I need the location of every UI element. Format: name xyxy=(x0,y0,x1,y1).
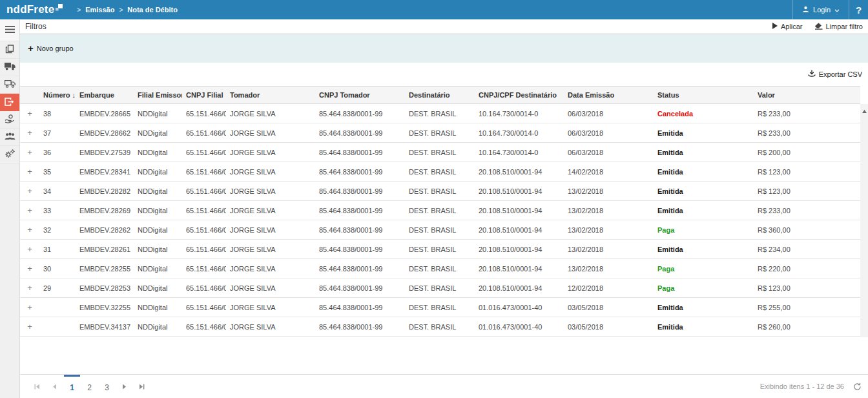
cell-destinatario: DEST. BRASIL xyxy=(405,240,475,259)
cell-cnpj-tomador: 85.464.838/0001-99 xyxy=(315,182,405,201)
breadcrumb-item-emissao[interactable]: Emissão xyxy=(85,6,114,14)
clear-filter-label: Limpar filtro xyxy=(826,23,863,30)
status-badge: Emitida xyxy=(654,182,754,201)
play-icon xyxy=(772,23,778,30)
refresh-button[interactable] xyxy=(853,382,862,391)
table-row[interactable]: + 37 EMBDEV.28662 NDDigital 65.151.466/0… xyxy=(20,123,860,143)
status-badge: Emitida xyxy=(654,201,754,220)
sidebar-item-menu[interactable] xyxy=(0,19,19,41)
expand-row-button[interactable]: + xyxy=(27,167,32,176)
cell-numero: 33 xyxy=(39,201,76,220)
app-logo: nddFrete xyxy=(6,3,63,16)
table-row[interactable]: + 32 EMBDEV.28262 NDDigital 65.151.466/0… xyxy=(20,220,860,240)
help-button[interactable]: ? xyxy=(849,0,868,19)
next-page-button[interactable] xyxy=(116,375,132,398)
truck-icon xyxy=(5,62,16,72)
table-row[interactable]: + 36 EMBDEV.27539 NDDigital 65.151.466/0… xyxy=(20,143,860,162)
column-header-destinatario[interactable]: Destinatário xyxy=(405,87,475,104)
table-row[interactable]: + 33 EMBDEV.28269 NDDigital 65.151.466/0… xyxy=(20,201,860,220)
cell-filial-emissora: NDDigital xyxy=(134,220,182,240)
expand-row-button[interactable]: + xyxy=(27,186,32,196)
column-header-numero[interactable]: Número↓ xyxy=(39,87,76,104)
export-csv-button[interactable]: Exportar CSV xyxy=(808,70,862,79)
column-header-embarque[interactable]: Embarque xyxy=(76,87,134,104)
expand-row-button[interactable]: + xyxy=(27,205,32,215)
table-row[interactable]: + 31 EMBDEV.28261 NDDigital 65.151.466/0… xyxy=(20,240,860,259)
cell-cnpj-cpf-destinatario: 01.016.473/0001-40 xyxy=(475,298,564,317)
status-badge: Paga xyxy=(654,220,754,240)
cell-numero: 37 xyxy=(39,123,76,143)
apply-filter-button[interactable]: Aplicar xyxy=(772,23,803,30)
chevron-down-icon xyxy=(834,6,840,14)
cell-cnpj-tomador: 85.464.838/0001-99 xyxy=(315,278,405,298)
cell-cnpj-tomador: 85.464.838/0001-99 xyxy=(315,104,405,123)
sidebar-item-users[interactable] xyxy=(0,129,19,146)
expand-row-button[interactable]: + xyxy=(27,322,32,331)
table-scrollbar[interactable] xyxy=(860,104,868,337)
pager-page[interactable]: 3 xyxy=(99,375,115,398)
download-icon xyxy=(808,70,816,79)
column-header-status[interactable]: Status xyxy=(654,87,754,104)
expand-row-button[interactable]: + xyxy=(27,225,32,235)
expand-row-button[interactable]: + xyxy=(27,283,32,293)
expand-row-button[interactable]: + xyxy=(27,147,32,157)
pager-page[interactable]: 2 xyxy=(81,375,98,398)
table-row[interactable]: + 34 EMBDEV.28282 NDDigital 65.151.466/0… xyxy=(20,182,860,201)
cell-filial-emissora: NDDigital xyxy=(134,123,182,143)
cell-filial-emissora: NDDigital xyxy=(134,259,182,278)
cell-tomador: JORGE SILVA xyxy=(226,298,315,317)
table-row[interactable]: + EMBDEV.32255 NDDigital 65.151.466/000.… xyxy=(20,298,860,317)
sidebar-item-delivery[interactable] xyxy=(0,76,19,94)
cell-numero: 30 xyxy=(39,259,76,278)
topbar-actions: Login ? xyxy=(792,0,868,19)
table-row[interactable]: + 29 EMBDEV.28253 NDDigital 65.151.466/0… xyxy=(20,278,860,298)
column-header-cnpj-filial[interactable]: CNPJ Filial xyxy=(182,87,226,104)
table-row[interactable]: + 30 EMBDEV.28255 NDDigital 65.151.466/0… xyxy=(20,259,860,278)
column-header-data-emissao[interactable]: Data Emissão xyxy=(564,87,654,104)
login-button[interactable]: Login xyxy=(792,0,849,19)
breadcrumb-item-nota-de-debito[interactable]: Nota de Débito xyxy=(127,6,178,14)
breadcrumb-chevron-icon: > xyxy=(77,6,81,14)
column-header-tomador[interactable]: Tomador xyxy=(226,87,315,104)
scroll-up-icon[interactable] xyxy=(862,106,867,115)
expand-row-button[interactable]: + xyxy=(27,128,32,138)
cell-cnpj-tomador: 85.464.838/0001-99 xyxy=(315,143,405,162)
cell-numero xyxy=(39,298,76,317)
table-row[interactable]: + 38 EMBDEV.28665 NDDigital 65.151.466/0… xyxy=(20,104,860,123)
table-row[interactable]: + 35 EMBDEV.28341 NDDigital 65.151.466/0… xyxy=(20,162,860,182)
column-header-filial-emissora[interactable]: Filial Emissora xyxy=(134,87,182,104)
plus-icon: + xyxy=(28,45,34,52)
eraser-icon xyxy=(814,23,823,31)
expand-row-button[interactable]: + xyxy=(27,302,32,312)
pager-page[interactable]: 1 xyxy=(64,375,80,398)
first-page-button[interactable] xyxy=(29,375,45,398)
sidebar-item-emission[interactable] xyxy=(0,94,19,111)
cell-destinatario: DEST. BRASIL xyxy=(405,201,475,220)
sidebar-item-settings[interactable] xyxy=(0,146,19,163)
cell-cnpj-cpf-destinatario: 20.108.510/0001-94 xyxy=(475,162,564,182)
new-group-button[interactable]: + Novo grupo xyxy=(28,45,74,52)
column-header-valor[interactable]: Valor xyxy=(754,87,860,104)
status-badge: Emitida xyxy=(654,143,754,162)
expand-row-button[interactable]: + xyxy=(27,244,32,254)
sidebar-item-documents[interactable] xyxy=(0,41,19,59)
sidebar-item-billing[interactable] xyxy=(0,111,19,129)
cell-valor: R$ 123,00 xyxy=(754,278,860,298)
expand-row-button[interactable]: + xyxy=(27,264,32,273)
table-header: Número↓ Embarque Filial Emissora CNPJ Fi… xyxy=(20,87,860,104)
table-row[interactable]: + EMBDEV.34137 NDDigital 65.151.466/000.… xyxy=(20,317,860,337)
sidebar-item-truck[interactable] xyxy=(0,59,19,76)
app-logo-text: nddFrete xyxy=(6,3,54,16)
cell-numero: 36 xyxy=(39,143,76,162)
cell-embarque: EMBDEV.32255 xyxy=(76,298,134,317)
expand-row-button[interactable]: + xyxy=(27,109,32,118)
column-header-cnpj-cpf-destinatario[interactable]: CNPJ/CPF Destinatário xyxy=(475,87,564,104)
cell-data-emissao: 13/02/2018 xyxy=(564,240,654,259)
cell-destinatario: DEST. BRASIL xyxy=(405,162,475,182)
column-header-cnpj-tomador[interactable]: CNPJ Tomador xyxy=(315,87,405,104)
last-page-button[interactable] xyxy=(134,375,150,398)
previous-page-button[interactable] xyxy=(46,375,63,398)
cell-numero: 32 xyxy=(39,220,76,240)
filters-title: Filtros xyxy=(25,22,46,31)
clear-filter-button[interactable]: Limpar filtro xyxy=(814,23,863,31)
